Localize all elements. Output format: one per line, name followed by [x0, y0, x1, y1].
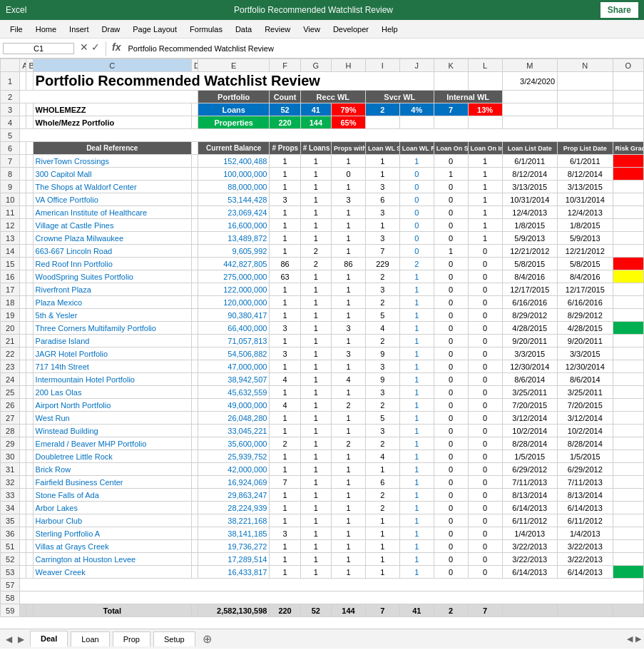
cell-d3[interactable] — [191, 103, 198, 116]
props-count: 220 — [270, 116, 300, 129]
cell-b6[interactable] — [26, 142, 33, 155]
header-balance[interactable]: Current Balance — [198, 142, 270, 155]
corner-header — [1, 59, 20, 72]
add-sheet-button[interactable]: ⊕ — [198, 632, 216, 646]
cell-n2[interactable] — [558, 91, 613, 103]
col-m[interactable]: M — [502, 59, 558, 72]
col-o[interactable]: O — [613, 59, 643, 72]
cell-a2[interactable] — [20, 91, 198, 103]
cell-m4-2[interactable] — [468, 116, 502, 129]
cell-l1[interactable] — [468, 72, 502, 91]
cell-m4[interactable] — [502, 116, 558, 129]
cell-b3[interactable] — [26, 103, 33, 116]
cell-n1[interactable] — [558, 72, 613, 91]
col-e[interactable]: E — [198, 59, 270, 72]
summary-header-count: Count — [270, 91, 300, 103]
header-loan-score[interactable]: Loan WL Score — [365, 142, 399, 155]
cell-m2[interactable] — [502, 91, 558, 103]
col-b[interactable]: B — [26, 59, 33, 72]
menu-home[interactable]: Home — [30, 24, 62, 35]
col-c[interactable]: C — [33, 59, 191, 72]
tab-scroll-right[interactable]: ▶ — [15, 633, 27, 646]
cell-j4[interactable] — [399, 116, 434, 129]
col-i[interactable]: I — [365, 59, 399, 72]
cell-k1[interactable] — [434, 72, 468, 91]
cancel-icon[interactable]: ✕ — [80, 41, 88, 56]
col-h[interactable]: H — [332, 59, 366, 72]
cell-m1[interactable]: 3/24/2020 — [502, 72, 558, 91]
cell-a6[interactable] — [20, 142, 26, 155]
fx-icon[interactable]: fx — [112, 41, 121, 56]
cell-n4[interactable] — [558, 116, 613, 129]
header-loan-date[interactable]: Loan List Date — [502, 142, 558, 155]
formula-input[interactable]: Portfolio Recommended Watchlist Review — [123, 43, 644, 54]
header-props[interactable]: # Props — [270, 142, 300, 155]
confirm-icon[interactable]: ✓ — [91, 41, 100, 56]
cell-b4[interactable] — [26, 116, 33, 129]
tab-setup[interactable]: Setup — [153, 631, 195, 646]
table-row: 7 RiverTown Crossings 152,400,488 11 11 … — [1, 155, 644, 168]
props-recc: 144 — [300, 116, 331, 129]
tab-deal[interactable]: Deal — [30, 631, 68, 647]
menu-insert[interactable]: Insert — [63, 24, 95, 35]
cell-k4[interactable] — [365, 116, 399, 129]
col-j[interactable]: J — [399, 59, 434, 72]
cell-o1[interactable] — [613, 72, 643, 91]
menu-help[interactable]: Help — [376, 24, 404, 35]
cell-o4[interactable] — [613, 116, 643, 129]
cell-b1[interactable] — [26, 72, 33, 91]
loans-recc: 41 — [300, 103, 331, 116]
table-row: 9 The Shops at Waldorf Center 88,000,000… — [1, 181, 644, 193]
table-row: 10 VA Office Portfolio 53,144,428 31 36 … — [1, 193, 644, 206]
cell-l4[interactable] — [434, 116, 468, 129]
main-title[interactable]: Portfolio Recommended Watchlist Review — [33, 72, 434, 91]
menu-formulas[interactable]: Formulas — [184, 24, 228, 35]
menu-developer[interactable]: Developer — [327, 24, 374, 35]
cell-n3[interactable] — [558, 103, 613, 116]
cell-d4[interactable] — [191, 116, 198, 129]
total-balance: 2,582,130,598 — [198, 604, 270, 617]
header-risk[interactable]: Risk Grade — [613, 142, 643, 155]
menu-view[interactable]: View — [297, 24, 326, 35]
tab-loan[interactable]: Loan — [71, 631, 109, 646]
title-bar: Excel Portfolio Recommended Watchlist Re… — [0, 0, 644, 20]
app-name: Excel — [6, 5, 26, 15]
scroll-left-icon[interactable]: ◀ — [627, 634, 633, 644]
header-inter[interactable]: Loan On Inter WL — [468, 142, 502, 155]
col-d[interactable]: D — [191, 59, 198, 72]
cell-o3[interactable] — [613, 103, 643, 116]
menu-review[interactable]: Review — [259, 24, 296, 35]
col-f[interactable]: F — [270, 59, 300, 72]
cell-a3[interactable] — [20, 103, 26, 116]
col-n[interactable]: N — [558, 59, 613, 72]
header-svcr[interactable]: Loan On Svcr VL — [434, 142, 468, 155]
menu-data[interactable]: Data — [230, 24, 257, 35]
cell-a1[interactable] — [20, 72, 26, 91]
tab-prop[interactable]: Prop — [113, 631, 150, 646]
share-button[interactable]: Share — [600, 2, 638, 18]
cell-o2[interactable] — [613, 91, 643, 103]
col-k[interactable]: K — [434, 59, 468, 72]
scroll-right-icon[interactable]: ▶ — [635, 634, 641, 644]
cell-m3[interactable] — [502, 103, 558, 116]
header-deal-ref[interactable]: Deal Reference — [33, 142, 191, 155]
col-a[interactable]: A — [20, 59, 26, 72]
tab-scroll-left[interactable]: ◀ — [3, 633, 15, 646]
menu-page-layout[interactable]: Page Layout — [127, 24, 183, 35]
name-box[interactable]: C1 — [3, 43, 74, 54]
header-loans[interactable]: # Loans — [300, 142, 331, 155]
col-g[interactable]: G — [300, 59, 331, 72]
menu-file[interactable]: File — [4, 24, 29, 35]
cell-a4[interactable] — [20, 116, 26, 129]
header-prop-date[interactable]: Prop List Date — [558, 142, 613, 155]
cell-d6[interactable] — [191, 142, 198, 155]
sheet-tabs: ◀ ▶ Deal Loan Prop Setup ⊕ ◀ ▶ — [0, 629, 644, 649]
header-props-wl[interactable]: Props with WL Issues — [332, 142, 366, 155]
table-row: 51 Villas at Grays Creek 19,736,272 11 1… — [1, 540, 644, 553]
table-row: 15 Red Roof Inn Portfolio 442,827,805 86… — [1, 258, 644, 270]
menu-draw[interactable]: Draw — [96, 24, 126, 35]
props-label: Properties — [198, 116, 270, 129]
row-2: 2 — [1, 91, 20, 103]
header-loan-recc[interactable]: Loan WL Recc — [399, 142, 434, 155]
col-l[interactable]: L — [468, 59, 502, 72]
